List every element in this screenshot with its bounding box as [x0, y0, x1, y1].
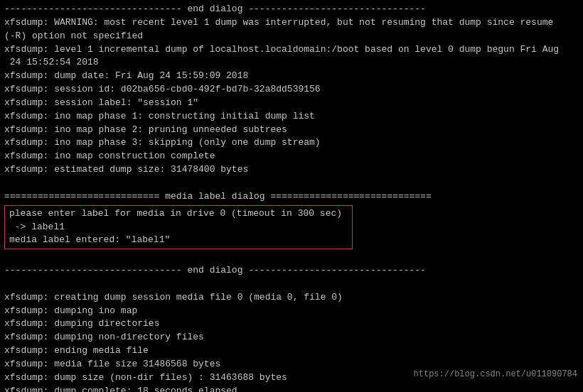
dialog-input-line: -> label1	[9, 221, 348, 234]
level1-dump-line: xfsdump: level 1 incremental dump of loc…	[4, 43, 579, 57]
creating-dump-line: xfsdump: creating dump session media fil…	[4, 291, 579, 305]
media-label-dialog-header: ============================ media label…	[4, 190, 579, 204]
dumping-non-dir-line: xfsdump: dumping non-directory files	[4, 331, 579, 344]
dialog-box: please enter label for media in drive 0 …	[4, 205, 353, 250]
blank-line-2	[4, 251, 579, 264]
blank-line-3	[4, 278, 579, 291]
ino-phase2-line: xfsdump: ino map phase 2: pruning unneed…	[4, 124, 579, 137]
warning-line: xfsdump: WARNING: most recent level 1 du…	[4, 16, 579, 30]
blank-line-1	[4, 177, 579, 190]
watermark: https://blog.csdn.net/u011090784	[414, 369, 577, 379]
warning-line-cont: (-R) option not specified	[4, 30, 579, 43]
level1-dump-line-cont: 24 15:52:54 2018	[4, 56, 579, 70]
terminal: -------------------------------- end dia…	[0, 0, 583, 392]
dump-date-line: xfsdump: dump date: Fri Aug 24 15:59:09 …	[4, 70, 579, 83]
session-label-line: xfsdump: session label: "session 1"	[4, 97, 579, 110]
estimated-size-line: xfsdump: estimated dump size: 31478400 b…	[4, 163, 579, 177]
dialog-prompt-line: please enter label for media in drive 0 …	[9, 207, 348, 221]
end-dialog-line-bottom: -------------------------------- end dia…	[4, 264, 579, 278]
ino-phase3-line: xfsdump: ino map phase 3: skipping (only…	[4, 136, 579, 150]
dump-complete-line: xfsdump: dump complete: 18 seconds elaps…	[4, 385, 579, 392]
ending-media-line: xfsdump: ending media file	[4, 344, 579, 358]
ino-phase1-line: xfsdump: ino map phase 1: constructing i…	[4, 110, 579, 124]
session-id-line: xfsdump: session id: d02ba656-cbd0-492f-…	[4, 83, 579, 97]
dialog-entered-line: media label entered: "label1"	[9, 234, 348, 247]
dumping-ino-line: xfsdump: dumping ino map	[4, 305, 579, 318]
ino-complete-line: xfsdump: ino map construction complete	[4, 150, 579, 163]
dumping-dirs-line: xfsdump: dumping directories	[4, 317, 579, 331]
end-dialog-line-top: -------------------------------- end dia…	[4, 3, 579, 16]
